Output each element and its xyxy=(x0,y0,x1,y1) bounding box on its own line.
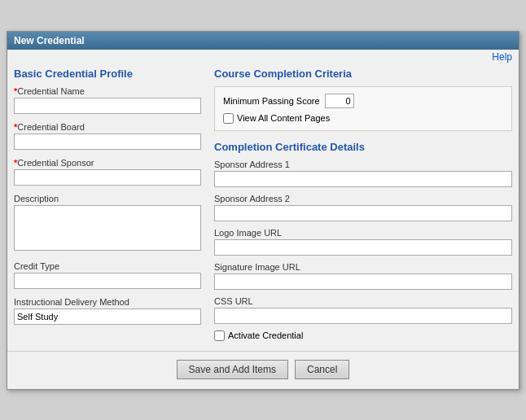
dialog-footer: Save and Add Items Cancel xyxy=(7,351,519,389)
css-url-label: CSS URL xyxy=(214,296,512,306)
sponsor-address-2-group: Sponsor Address 2 xyxy=(214,194,512,221)
logo-image-url-input[interactable] xyxy=(214,239,512,256)
dialog-titlebar: New Credential xyxy=(7,32,519,50)
activate-credential-checkbox[interactable] xyxy=(214,330,225,341)
credential-name-input[interactable] xyxy=(14,98,201,114)
sponsor-address-1-input[interactable] xyxy=(214,171,512,187)
sponsor-address-1-group: Sponsor Address 1 xyxy=(214,160,512,187)
help-link-row: Help xyxy=(7,50,519,64)
activate-credential-row: Activate Credential xyxy=(214,330,512,341)
credential-name-group: *Credential Name xyxy=(14,86,201,114)
dialog-title: New Credential xyxy=(14,35,85,46)
course-completion-box: Minimum Passing Score View All Content P… xyxy=(214,86,512,131)
passing-score-row: Minimum Passing Score xyxy=(223,94,503,108)
course-completion-title: Course Completion Criteria xyxy=(214,68,512,80)
description-label: Description xyxy=(14,194,201,203)
sponsor-address-2-label: Sponsor Address 2 xyxy=(214,194,512,203)
credential-sponsor-label: *Credential Sponsor xyxy=(14,158,201,168)
min-passing-score-input[interactable] xyxy=(325,94,354,108)
credential-name-label: *Credential Name xyxy=(14,86,201,96)
description-group: Description xyxy=(14,194,201,253)
instructional-delivery-label: Instructional Delivery Method xyxy=(14,297,201,307)
save-and-add-button[interactable]: Save and Add Items xyxy=(177,360,288,379)
required-asterisk: * xyxy=(14,122,17,132)
credential-board-label: *Credential Board xyxy=(14,122,201,132)
view-all-pages-checkbox[interactable] xyxy=(223,113,234,124)
css-url-group: CSS URL xyxy=(214,296,512,324)
cert-details-title: Completion Certificate Details xyxy=(214,141,512,153)
required-asterisk: * xyxy=(14,158,17,168)
cert-section: Completion Certificate Details Sponsor A… xyxy=(214,141,512,341)
description-input[interactable] xyxy=(14,205,201,251)
instructional-delivery-input[interactable] xyxy=(14,308,201,325)
credential-board-input[interactable] xyxy=(14,133,201,150)
basic-profile-title: Basic Credential Profile xyxy=(14,68,201,80)
main-columns: Basic Credential Profile *Credential Nam… xyxy=(7,64,519,351)
required-asterisk: * xyxy=(14,86,17,96)
credit-type-input[interactable] xyxy=(14,273,201,289)
help-link[interactable]: Help xyxy=(492,51,512,63)
right-column: Course Completion Criteria Minimum Passi… xyxy=(214,68,512,344)
new-credential-dialog: New Credential Help Basic Credential Pro… xyxy=(7,31,519,390)
view-all-pages-label: View All Content Pages xyxy=(237,113,330,123)
sponsor-address-2-input[interactable] xyxy=(214,205,512,221)
cancel-button[interactable]: Cancel xyxy=(295,360,349,379)
view-all-pages-row: View All Content Pages xyxy=(223,113,503,124)
credit-type-group: Credit Type xyxy=(14,261,201,289)
signature-image-url-label: Signature Image URL xyxy=(214,262,512,272)
activate-credential-label: Activate Credential xyxy=(228,330,303,340)
credit-type-label: Credit Type xyxy=(14,261,201,271)
signature-image-url-group: Signature Image URL xyxy=(214,262,512,290)
sponsor-address-1-label: Sponsor Address 1 xyxy=(214,160,512,169)
logo-image-url-group: Logo Image URL xyxy=(214,228,512,256)
instructional-delivery-group: Instructional Delivery Method xyxy=(14,297,201,325)
passing-score-label: Minimum Passing Score xyxy=(223,96,320,106)
logo-image-url-label: Logo Image URL xyxy=(214,228,512,238)
credential-sponsor-input[interactable] xyxy=(14,169,201,186)
signature-image-url-input[interactable] xyxy=(214,273,512,290)
left-column: Basic Credential Profile *Credential Nam… xyxy=(14,68,201,344)
css-url-input[interactable] xyxy=(214,308,512,324)
credential-sponsor-group: *Credential Sponsor xyxy=(14,158,201,186)
credential-board-group: *Credential Board xyxy=(14,122,201,150)
